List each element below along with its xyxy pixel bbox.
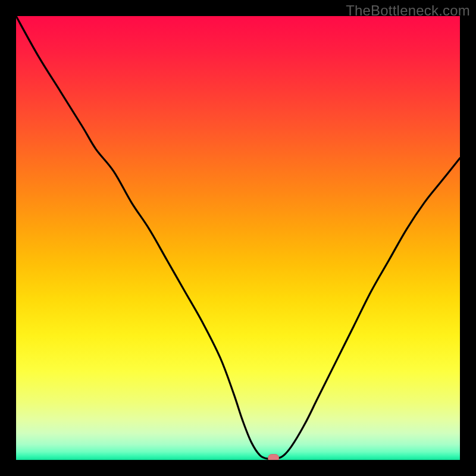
gradient-background: [16, 16, 460, 460]
chart-svg: [16, 16, 460, 460]
optimal-point-marker: [268, 455, 279, 460]
outer-frame: TheBottleneck.com: [0, 0, 476, 476]
watermark-text: TheBottleneck.com: [346, 2, 470, 19]
plot-area: [16, 16, 460, 460]
